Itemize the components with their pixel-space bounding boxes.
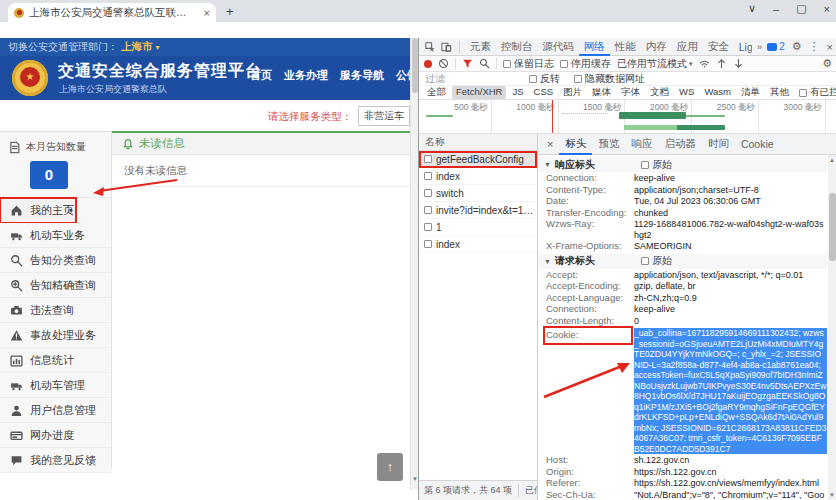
network-overview-timeline[interactable]: 500 毫秒1000 毫秒1500 毫秒2000 毫秒2500 毫秒3000 毫… — [419, 100, 836, 134]
sidebar-item[interactable]: 违法查询 — [0, 298, 111, 323]
detail-tab[interactable]: 启动器 — [658, 134, 702, 155]
filter-chip[interactable]: JS — [508, 86, 527, 100]
detail-close-icon[interactable]: × — [542, 138, 558, 150]
filter-chip[interactable]: 字体 — [617, 86, 644, 100]
maximize-button[interactable]: ▢ — [796, 2, 806, 15]
raw-toggle[interactable]: 原始 — [641, 254, 672, 268]
sidebar-item[interactable]: 机动车业务 — [0, 223, 111, 248]
network-conditions-icon[interactable] — [699, 58, 710, 69]
detail-tab[interactable]: 预览 — [592, 134, 625, 155]
nav-item[interactable]: 首页 — [250, 68, 272, 83]
new-tab-button[interactable]: + — [226, 4, 234, 19]
browser-tab[interactable]: 上海市公安局交通警察总队互联… × — [8, 3, 216, 22]
minimize-button[interactable]: – — [773, 3, 779, 15]
filter-chip[interactable]: Wasm — [700, 86, 735, 100]
filter-chip[interactable]: Fetch/XHR — [452, 86, 506, 100]
tab-search-icon[interactable]: ∨ — [748, 2, 756, 15]
detail-vertical-scrollbar[interactable]: ▲ ▼ — [828, 155, 836, 500]
devtools-close-icon[interactable]: × — [827, 41, 833, 53]
filter-chip[interactable]: 文档 — [646, 86, 673, 100]
request-list-column-header[interactable]: 名称 — [419, 134, 537, 151]
disable-cache-checkbox[interactable]: 停用缓存 — [560, 57, 611, 71]
request-row[interactable]: invite?id=index&t=168845220… — [419, 202, 537, 219]
devtools-tab[interactable]: 性能 — [610, 38, 641, 56]
network-settings-icon[interactable]: ⚙ — [822, 57, 832, 70]
devtools-tab[interactable]: 控制台 — [496, 38, 538, 56]
response-headers-section[interactable]: ▼ 响应标头 原始 — [538, 157, 827, 172]
nav-item[interactable]: 公告公示 — [396, 68, 410, 83]
unread-panel-header: 未读信息 — [112, 133, 410, 155]
inspect-element-icon[interactable] — [425, 41, 435, 53]
request-row[interactable]: 1 — [419, 219, 537, 236]
request-checkbox[interactable] — [424, 206, 432, 214]
request-checkbox[interactable] — [424, 155, 432, 163]
clear-icon[interactable] — [438, 58, 449, 69]
devtools-tab[interactable]: 内存 — [641, 38, 672, 56]
service-type-select[interactable]: 非营运车 — [358, 106, 410, 126]
sidebar-item[interactable]: 我的意见反馈 — [0, 448, 111, 473]
detail-tab[interactable]: 标头 — [559, 134, 592, 155]
sidebar-item[interactable]: 我的主页 — [0, 198, 76, 223]
filter-input[interactable]: 过滤 — [425, 72, 515, 86]
sidebar-item[interactable]: 事故处理业务 — [0, 323, 111, 348]
request-checkbox[interactable] — [424, 172, 432, 180]
export-har-icon[interactable] — [733, 58, 744, 69]
issues-badge[interactable]: 2 — [767, 41, 785, 52]
devtools-tab[interactable]: 安全 — [703, 38, 734, 56]
devtools-tab[interactable]: 网络 — [579, 38, 610, 56]
devtools-tab[interactable]: 元素 — [465, 38, 496, 56]
page-vertical-scrollbar[interactable]: ▼ — [410, 38, 418, 490]
record-icon[interactable] — [424, 60, 432, 68]
more-tabs-icon[interactable]: » — [754, 42, 765, 52]
invert-checkbox[interactable]: 反转 — [529, 72, 560, 86]
preserve-log-checkbox[interactable]: 保留日志 — [503, 57, 554, 71]
blocked-cookies-checkbox[interactable]: 有已拦截的 Cookie — [799, 86, 836, 99]
filter-chip[interactable]: WS — [675, 86, 698, 100]
search-icon[interactable] — [479, 58, 490, 69]
devtools-menu-icon[interactable]: ⋮ — [809, 40, 820, 53]
sidebar-item[interactable]: 机动车管理 — [0, 373, 111, 398]
filter-chip[interactable]: 其他 — [766, 86, 793, 100]
request-headers-section[interactable]: ▼ 请求标头 原始 — [538, 254, 827, 269]
filter-funnel-icon[interactable] — [462, 58, 473, 69]
detail-tab[interactable]: 响应 — [625, 134, 658, 155]
filter-chip[interactable]: CSS — [530, 86, 558, 100]
detail-tab[interactable]: 时间 — [702, 134, 735, 155]
request-row[interactable]: index — [419, 168, 537, 185]
request-count-summary: 第 6 项请求，共 64 项 — [424, 484, 512, 497]
sidebar-item[interactable]: 信息统计 — [0, 348, 111, 373]
filter-chip[interactable]: 全部 — [423, 86, 450, 100]
request-checkbox[interactable] — [424, 189, 432, 197]
request-checkbox[interactable] — [424, 240, 432, 248]
throttling-select[interactable]: 已停用节流模式▾ — [617, 57, 693, 71]
devtools-tab[interactable]: Lighthouse — [734, 38, 752, 56]
sidebar-item[interactable]: 告知分类查询 — [0, 248, 111, 273]
scroll-down-arrow-icon[interactable]: ▼ — [829, 492, 835, 498]
back-to-top-button[interactable]: ↑ — [377, 453, 403, 481]
filter-chip[interactable]: 图片 — [559, 86, 586, 100]
request-row[interactable]: switch — [419, 185, 537, 202]
region-selector[interactable]: 上海市 — [121, 40, 153, 54]
devtools-tab[interactable]: 源代码 — [537, 38, 579, 56]
devtools-settings-icon[interactable]: ⚙ — [792, 40, 802, 53]
request-checkbox[interactable] — [424, 223, 432, 231]
request-row[interactable]: index — [419, 236, 537, 253]
filter-chip[interactable]: 清单 — [737, 86, 764, 100]
filter-chip[interactable]: 媒体 — [588, 86, 615, 100]
sidebar-item[interactable]: 网办进度 — [0, 423, 111, 448]
nav-item[interactable]: 服务导航 — [340, 68, 384, 83]
request-row[interactable]: getFeedBackConfig — [419, 151, 537, 168]
sidebar-item[interactable]: 用户信息管理 — [0, 398, 111, 423]
device-toolbar-icon[interactable] — [441, 41, 451, 53]
detail-scrollbar-thumb[interactable] — [829, 193, 836, 261]
detail-tab[interactable]: Cookie — [735, 134, 780, 155]
sidebar-item[interactable]: 告知精确查询 — [0, 273, 111, 298]
import-har-icon[interactable] — [716, 58, 727, 69]
raw-toggle[interactable]: 原始 — [641, 158, 672, 172]
close-button[interactable]: × — [824, 3, 830, 15]
scroll-up-arrow-icon[interactable]: ▲ — [829, 157, 835, 163]
hide-data-urls-checkbox[interactable]: 隐藏数据网址 — [574, 72, 645, 86]
tab-close-icon[interactable]: × — [204, 7, 210, 19]
devtools-tab[interactable]: 应用 — [672, 38, 703, 56]
nav-item[interactable]: 业务办理 — [284, 68, 328, 83]
